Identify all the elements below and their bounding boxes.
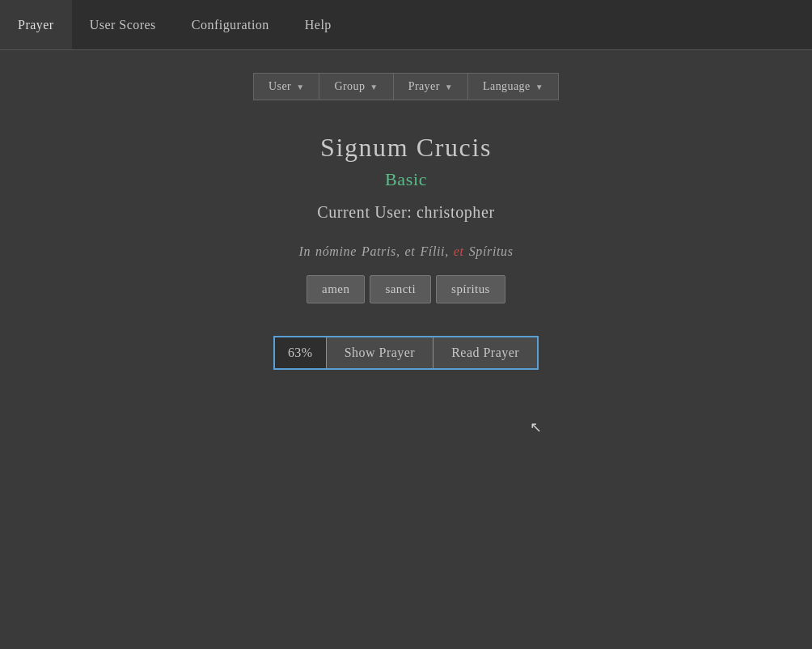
dropdown-group-arrow-icon: ▼ <box>370 83 378 91</box>
nav-help-label: Help <box>305 18 332 32</box>
prayer-word-patris: Patris, <box>362 244 400 259</box>
show-prayer-button[interactable]: Show Prayer <box>327 337 434 368</box>
dropdown-language-label: Language <box>483 80 531 93</box>
cursor-icon: ↖ <box>530 418 541 435</box>
main-content: User ▼ Group ▼ Prayer ▼ Language ▼ Signu… <box>0 50 812 370</box>
navbar: Prayer User Scores Configuration Help <box>0 0 812 50</box>
nav-user-scores[interactable]: User Scores <box>72 0 174 49</box>
word-btn-amen[interactable]: amen <box>307 275 365 303</box>
prayer-word-nomine: nómine <box>315 244 357 259</box>
cursor-area: ↖ <box>0 370 812 613</box>
dropdown-language-arrow-icon: ▼ <box>535 83 543 91</box>
prayer-text: In nómine Patris, et Fílii, et Spíritus <box>298 244 513 259</box>
dropdown-prayer-arrow-icon: ▼ <box>445 83 453 91</box>
current-user: Current User: christopher <box>317 203 494 222</box>
nav-user-scores-label: User Scores <box>90 18 156 32</box>
prayer-word-et-highlight: et <box>454 244 464 259</box>
word-btn-sancti[interactable]: sancti <box>370 275 431 303</box>
prayer-word-et1: et <box>405 244 416 259</box>
nav-configuration[interactable]: Configuration <box>174 0 287 49</box>
nav-prayer[interactable]: Prayer <box>0 0 72 49</box>
dropdown-prayer[interactable]: Prayer ▼ <box>394 74 468 100</box>
word-btn-spiritus[interactable]: spíritus <box>436 275 505 303</box>
nav-prayer-label: Prayer <box>18 18 54 32</box>
dropdown-user-label: User <box>269 80 291 93</box>
read-prayer-button[interactable]: Read Prayer <box>433 337 537 368</box>
prayer-word-in: In <box>298 244 311 259</box>
dropdown-group-label: Group <box>334 80 365 93</box>
prayer-word-spiritus: Spíritus <box>469 244 514 259</box>
prayer-subtitle: Basic <box>385 169 427 190</box>
score-badge: 63% <box>275 337 327 368</box>
prayer-title: Signum Crucis <box>320 133 492 163</box>
nav-help[interactable]: Help <box>287 0 349 49</box>
dropdown-user-arrow-icon: ▼ <box>296 83 304 91</box>
dropdown-group[interactable]: Group ▼ <box>319 74 393 100</box>
dropdown-toolbar: User ▼ Group ▼ Prayer ▼ Language ▼ <box>253 73 559 100</box>
word-buttons-group: amen sancti spíritus <box>307 275 505 303</box>
dropdown-prayer-label: Prayer <box>408 80 440 93</box>
dropdown-language[interactable]: Language ▼ <box>468 74 558 100</box>
action-bar: 63% Show Prayer Read Prayer <box>273 336 539 370</box>
nav-configuration-label: Configuration <box>192 18 269 32</box>
prayer-word-filii: Fílii, <box>420 244 448 259</box>
dropdown-user[interactable]: User ▼ <box>254 74 319 100</box>
